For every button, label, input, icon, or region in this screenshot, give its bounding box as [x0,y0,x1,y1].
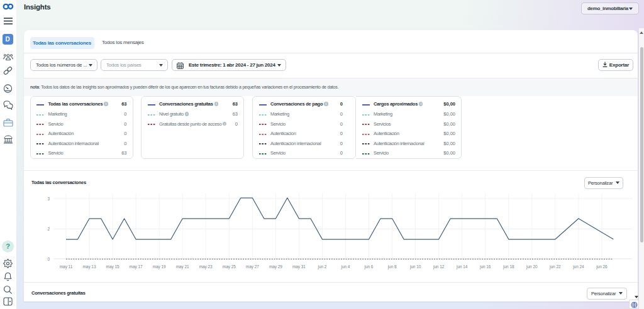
svg-text:jun 24: jun 24 [572,264,584,269]
svg-text:jun 2: jun 2 [317,264,326,269]
svg-text:jun 12: jun 12 [433,264,445,269]
svg-text:may 13: may 13 [83,264,96,269]
svg-text:may 17: may 17 [130,264,143,269]
svg-text:jun 6: jun 6 [364,264,374,269]
svg-text:0: 0 [47,257,50,261]
svg-text:jun 22: jun 22 [549,264,561,269]
svg-text:jun 20: jun 20 [526,264,538,269]
svg-text:jun 4: jun 4 [341,264,350,269]
svg-text:jun 10: jun 10 [409,264,421,269]
svg-text:may 23: may 23 [199,264,213,269]
svg-text:may 19: may 19 [153,264,166,269]
svg-text:may 25: may 25 [223,264,236,269]
svg-text:jun 16: jun 16 [479,264,491,269]
svg-text:may 27: may 27 [246,264,259,269]
svg-text:jun 8: jun 8 [387,264,397,269]
svg-text:may 29: may 29 [269,264,282,269]
svg-text:3: 3 [47,197,50,201]
svg-text:may 11: may 11 [60,264,73,269]
svg-text:jun 26: jun 26 [596,264,608,269]
svg-text:2: 2 [47,227,50,231]
svg-text:may 21: may 21 [176,264,189,269]
svg-text:may 15: may 15 [106,264,119,269]
svg-text:may 31: may 31 [292,264,306,269]
svg-text:jun 14: jun 14 [456,264,468,269]
svg-text:jun 18: jun 18 [502,264,514,269]
